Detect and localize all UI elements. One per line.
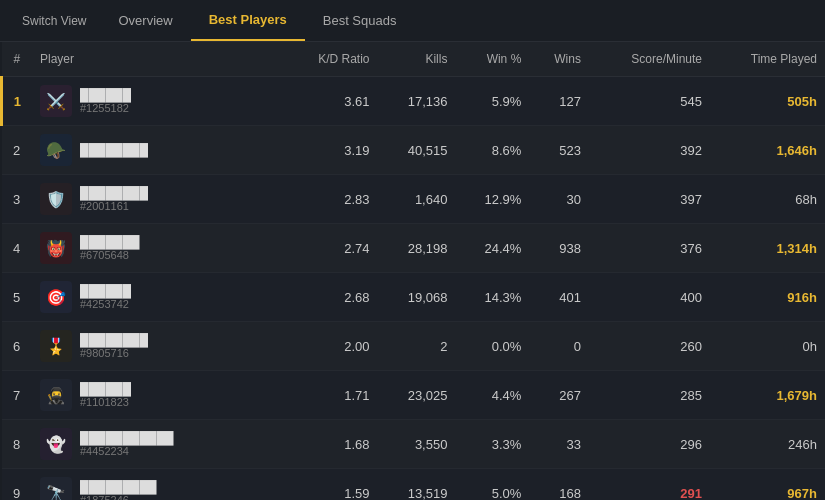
table-row[interactable]: 4 👹 ███████ #6705648 2.7428,19824.4%9383… <box>2 224 826 273</box>
spm-cell: 291 <box>589 469 710 501</box>
player-id: #2001161 <box>80 200 148 212</box>
kills-cell: 17,136 <box>378 77 456 126</box>
table-row[interactable]: 8 👻 ███████████ #4452234 1.683,5503.3%33… <box>2 420 826 469</box>
table-row[interactable]: 3 🛡️ ████████ #2001161 2.831,64012.9%303… <box>2 175 826 224</box>
player-avatar: 🥷 <box>40 379 72 411</box>
spm-cell: 392 <box>589 126 710 175</box>
col-rank[interactable]: # <box>2 42 32 77</box>
player-id: #4253742 <box>80 298 131 310</box>
win-pct-cell: 5.9% <box>455 77 529 126</box>
win-pct-cell: 8.6% <box>455 126 529 175</box>
spm-cell: 545 <box>589 77 710 126</box>
table-row[interactable]: 9 🔭 █████████ #1875246 1.5913,5195.0%168… <box>2 469 826 501</box>
win-pct-cell: 3.3% <box>455 420 529 469</box>
col-time[interactable]: Time Played <box>710 42 825 77</box>
player-avatar: 🎯 <box>40 281 72 313</box>
wins-cell: 0 <box>529 322 589 371</box>
switch-view-button[interactable]: Switch View <box>8 0 100 41</box>
player-cell[interactable]: 👹 ███████ #6705648 <box>32 224 283 273</box>
time-cell: 1,314h <box>710 224 825 273</box>
win-pct-cell: 12.9% <box>455 175 529 224</box>
col-wins[interactable]: Wins <box>529 42 589 77</box>
spm-cell: 296 <box>589 420 710 469</box>
time-cell: 916h <box>710 273 825 322</box>
win-pct-cell: 5.0% <box>455 469 529 501</box>
time-cell: 0h <box>710 322 825 371</box>
wins-cell: 33 <box>529 420 589 469</box>
spm-cell: 285 <box>589 371 710 420</box>
player-name: ████████ <box>80 143 148 157</box>
player-cell[interactable]: 🔭 █████████ #1875246 <box>32 469 283 501</box>
kills-cell: 40,515 <box>378 126 456 175</box>
player-id: #4452234 <box>80 445 174 457</box>
player-cell[interactable]: 🪖 ████████ <box>32 126 283 175</box>
time-cell: 68h <box>710 175 825 224</box>
spm-cell: 260 <box>589 322 710 371</box>
table-row[interactable]: 1 ⚔️ ██████ #1255182 3.6117,1365.9%12754… <box>2 77 826 126</box>
player-id: #1255182 <box>80 102 131 114</box>
rank-cell: 3 <box>2 175 32 224</box>
table-row[interactable]: 5 🎯 ██████ #4253742 2.6819,06814.3%40140… <box>2 273 826 322</box>
tab-best-players[interactable]: Best Players <box>191 0 305 41</box>
player-cell[interactable]: 👻 ███████████ #4452234 <box>32 420 283 469</box>
player-cell[interactable]: 🛡️ ████████ #2001161 <box>32 175 283 224</box>
player-avatar: ⚔️ <box>40 85 72 117</box>
kd-cell: 2.00 <box>283 322 377 371</box>
kd-cell: 1.68 <box>283 420 377 469</box>
col-spm[interactable]: Score/Minute <box>589 42 710 77</box>
player-cell[interactable]: 🎯 ██████ #4253742 <box>32 273 283 322</box>
kd-cell: 2.68 <box>283 273 377 322</box>
wins-cell: 938 <box>529 224 589 273</box>
table-row[interactable]: 6 🎖️ ████████ #9805716 2.0020.0%02600h <box>2 322 826 371</box>
player-id: #9805716 <box>80 347 148 359</box>
player-id: #6705648 <box>80 249 140 261</box>
rank-cell: 1 <box>2 77 32 126</box>
kills-cell: 19,068 <box>378 273 456 322</box>
rank-cell: 8 <box>2 420 32 469</box>
wins-cell: 168 <box>529 469 589 501</box>
table-header-row: # Player K/D Ratio Kills Win % Wins Scor… <box>2 42 826 77</box>
player-name: ████████ <box>80 186 148 200</box>
wins-cell: 127 <box>529 77 589 126</box>
time-cell: 505h <box>710 77 825 126</box>
player-avatar: 👹 <box>40 232 72 264</box>
player-cell[interactable]: 🥷 ██████ #1101823 <box>32 371 283 420</box>
player-name: ██████ <box>80 382 131 396</box>
player-id: #1101823 <box>80 396 131 408</box>
col-kills[interactable]: Kills <box>378 42 456 77</box>
win-pct-cell: 24.4% <box>455 224 529 273</box>
player-avatar: 🔭 <box>40 477 72 500</box>
player-cell[interactable]: 🎖️ ████████ #9805716 <box>32 322 283 371</box>
win-pct-cell: 0.0% <box>455 322 529 371</box>
table-row[interactable]: 2 🪖 ████████ 3.1940,5158.6%5233921,646h <box>2 126 826 175</box>
nav-bar: Switch View Overview Best Players Best S… <box>0 0 825 42</box>
tab-best-squads[interactable]: Best Squads <box>305 0 415 41</box>
kd-cell: 1.59 <box>283 469 377 501</box>
table-row[interactable]: 7 🥷 ██████ #1101823 1.7123,0254.4%267285… <box>2 371 826 420</box>
kd-cell: 2.83 <box>283 175 377 224</box>
kills-cell: 1,640 <box>378 175 456 224</box>
player-avatar: 👻 <box>40 428 72 460</box>
player-name: █████████ <box>80 480 157 494</box>
win-pct-cell: 4.4% <box>455 371 529 420</box>
spm-cell: 400 <box>589 273 710 322</box>
rank-cell: 9 <box>2 469 32 501</box>
kd-cell: 3.61 <box>283 77 377 126</box>
col-win-pct[interactable]: Win % <box>455 42 529 77</box>
col-kd[interactable]: K/D Ratio <box>283 42 377 77</box>
wins-cell: 30 <box>529 175 589 224</box>
time-cell: 967h <box>710 469 825 501</box>
kd-cell: 2.74 <box>283 224 377 273</box>
player-avatar: 🎖️ <box>40 330 72 362</box>
col-player[interactable]: Player <box>32 42 283 77</box>
tab-overview[interactable]: Overview <box>100 0 190 41</box>
player-name: ██████ <box>80 88 131 102</box>
rank-cell: 7 <box>2 371 32 420</box>
kills-cell: 23,025 <box>378 371 456 420</box>
time-cell: 246h <box>710 420 825 469</box>
player-name: ████████ <box>80 333 148 347</box>
player-cell[interactable]: ⚔️ ██████ #1255182 <box>32 77 283 126</box>
kills-cell: 13,519 <box>378 469 456 501</box>
time-cell: 1,646h <box>710 126 825 175</box>
player-avatar: 🛡️ <box>40 183 72 215</box>
